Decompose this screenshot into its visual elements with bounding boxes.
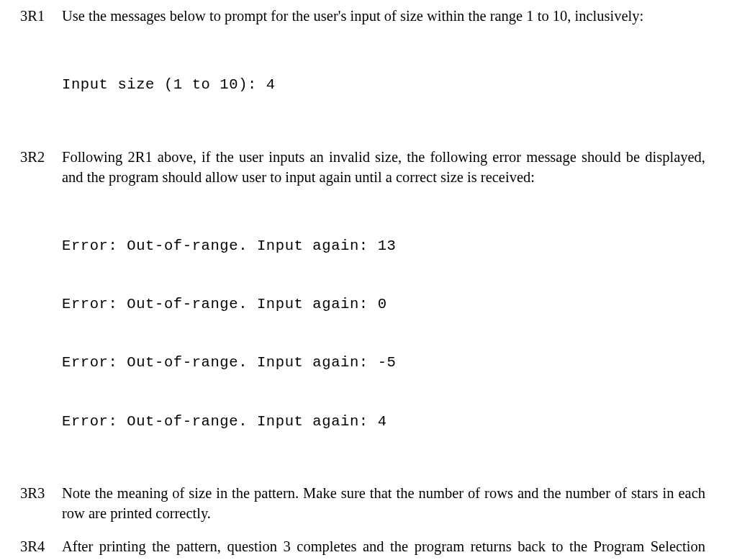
req-body: Note the meaning of size in the pattern.… xyxy=(62,483,705,524)
req-text: Following 2R1 above, if the user inputs … xyxy=(62,149,705,185)
req-label: 3R2 xyxy=(20,147,62,167)
code-line: Error: Out-of-range. Input again: -5 xyxy=(62,353,705,372)
code-block: Error: Out-of-range. Input again: 13 Err… xyxy=(62,197,705,470)
code-line: Error: Out-of-range. Input again: 13 xyxy=(62,236,705,256)
req-text: Use the messages below to prompt for the… xyxy=(62,8,643,24)
code-block: Input size (1 to 10): 4 xyxy=(62,36,705,133)
requirement-3R4: 3R4 After printing the pattern, question… xyxy=(20,536,705,560)
req-body: After printing the pattern, question 3 c… xyxy=(62,536,705,560)
req-text: Note the meaning of size in the pattern.… xyxy=(62,485,705,521)
requirement-3R2: 3R2 Following 2R1 above, if the user inp… xyxy=(20,147,705,470)
requirement-3R3: 3R3 Note the meaning of size in the patt… xyxy=(20,483,705,524)
req-label: 3R4 xyxy=(20,536,62,556)
code-line: Input size (1 to 10): 4 xyxy=(62,75,705,94)
req-text: After printing the pattern, question 3 c… xyxy=(62,538,705,560)
req-body: Following 2R1 above, if the user inputs … xyxy=(62,147,705,470)
req-label: 3R1 xyxy=(20,6,62,26)
code-line: Error: Out-of-range. Input again: 0 xyxy=(62,294,705,314)
requirement-3R1: 3R1 Use the messages below to prompt for… xyxy=(20,6,705,134)
code-line: Error: Out-of-range. Input again: 4 xyxy=(62,412,705,431)
req-body: Use the messages below to prompt for the… xyxy=(62,6,705,134)
req-label: 3R3 xyxy=(20,483,62,503)
